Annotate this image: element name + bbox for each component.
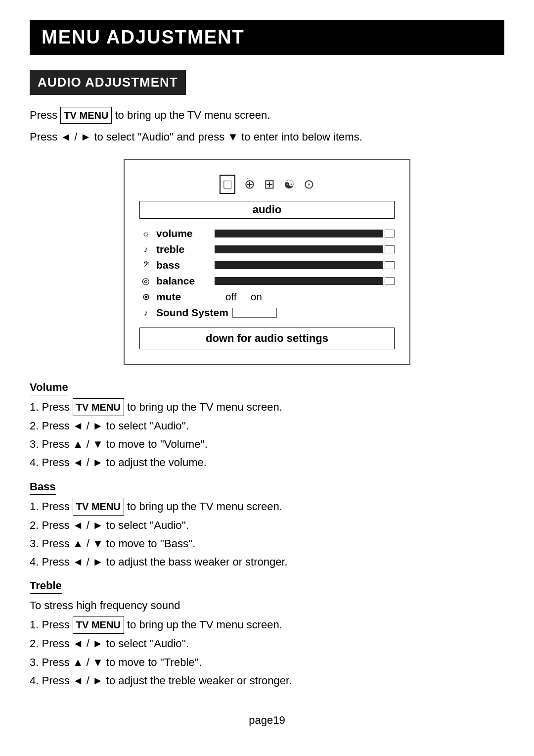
treble-bar-container [215, 245, 395, 253]
down-for-audio-settings: down for audio settings [139, 328, 395, 349]
tv-menu-key-v1: TV MENU [73, 398, 124, 416]
sound-system-box [232, 308, 277, 318]
bass-bar-end [385, 261, 395, 269]
treble-step-1: 1. Press TV MENU to bring up the TV menu… [30, 616, 504, 634]
mute-label: mute [156, 291, 211, 303]
menu-icon-audio: ⊕ [244, 177, 255, 192]
treble-step-3: 3. Press ▲ / ▼ to move to ''Treble''. [30, 654, 504, 671]
treble-icon: ♪ [139, 244, 152, 255]
balance-icon: ◎ [139, 276, 152, 286]
volume-step-3: 3. Press ▲ / ▼ to move to ''Volume''. [30, 435, 504, 453]
balance-label: balance [156, 275, 211, 287]
volume-step-4: 4. Press ◄ / ► to adjust the volume. [30, 454, 504, 471]
sound-system-icon: ♪ [139, 308, 152, 318]
menu-row-bass: 𝄢 bass [139, 259, 395, 271]
bass-bar [215, 261, 383, 269]
volume-section: Volume 1. Press TV MENU to bring up the … [30, 381, 504, 472]
treble-section: Treble To stress high frequency sound 1.… [30, 579, 504, 689]
intro-line1-prefix: Press [30, 109, 60, 121]
menu-row-volume: ☼ volume [139, 228, 395, 239]
intro-line2: Press ◄ / ► to select ''Audio'' and pres… [30, 129, 504, 145]
menu-row-treble: ♪ treble [139, 243, 395, 255]
treble-intro-text: To stress high frequency sound [30, 597, 504, 614]
menu-row-balance: ◎ balance [139, 275, 395, 287]
mute-icon: ⊗ [139, 291, 152, 302]
menu-diagram: □ ⊕ ⊞ ☯ ⊙ audio ☼ volume ♪ treble 𝄢 bass [124, 159, 410, 365]
volume-step-2: 2. Press ◄ / ► to select ''Audio''. [30, 417, 504, 434]
page-header: MENU ADJUSTMENT [30, 20, 504, 55]
balance-bar [215, 277, 383, 285]
tv-menu-key-t1: TV MENU [73, 616, 124, 634]
menu-audio-label: audio [139, 201, 395, 219]
bass-label: bass [156, 259, 211, 271]
volume-instruction-list: 1. Press TV MENU to bring up the TV menu… [30, 398, 504, 472]
volume-label: volume [156, 228, 211, 239]
volume-icon: ☼ [139, 229, 152, 239]
intro-line1-suffix: to bring up the TV menu screen. [112, 109, 270, 121]
bass-section-title: Bass [30, 480, 56, 495]
treble-bar-end [385, 245, 395, 253]
balance-bar-container [215, 277, 395, 285]
intro-line1: Press TV MENU to bring up the TV menu sc… [30, 107, 504, 124]
tv-menu-key-b1: TV MENU [73, 498, 124, 516]
treble-label: treble [156, 243, 211, 255]
treble-section-title: Treble [30, 579, 62, 594]
volume-section-title: Volume [30, 381, 68, 395]
bass-step-4: 4. Press ◄ / ► to adjust the bass weaker… [30, 553, 504, 570]
menu-icons-row: □ ⊕ ⊞ ☯ ⊙ [139, 175, 395, 194]
treble-bar [215, 245, 383, 253]
volume-bar [215, 230, 383, 237]
volume-bar-container [215, 230, 395, 237]
tv-menu-key-1: TV MENU [60, 107, 112, 124]
bass-step-1: 1. Press TV MENU to bring up the TV menu… [30, 498, 504, 516]
bass-step-2: 2. Press ◄ / ► to select ''Audio''. [30, 517, 504, 534]
sound-system-label: Sound System [156, 307, 228, 319]
treble-step-4: 4. Press ◄ / ► to adjust the treble weak… [30, 672, 504, 689]
bass-step-3: 3. Press ▲ / ▼ to move to ''Bass''. [30, 535, 504, 552]
treble-step-2: 2. Press ◄ / ► to select ''Audio''. [30, 635, 504, 652]
menu-row-mute: ⊗ mute off on [139, 291, 395, 303]
bass-instruction-list: 1. Press TV MENU to bring up the TV menu… [30, 498, 504, 571]
menu-icon-setup: ⊙ [304, 177, 314, 192]
bass-bar-container [215, 261, 395, 269]
balance-bar-end [385, 277, 395, 285]
page-title: MENU ADJUSTMENT [42, 27, 492, 48]
menu-icon-system: ☯ [284, 178, 295, 191]
mute-on: on [251, 291, 262, 303]
instructions: Volume 1. Press TV MENU to bring up the … [30, 381, 504, 689]
bass-icon: 𝄢 [139, 260, 152, 271]
menu-icon-tv: □ [220, 175, 235, 194]
mute-off: off [220, 291, 237, 303]
treble-instruction-list: 1. Press TV MENU to bring up the TV menu… [30, 616, 504, 689]
section-header: AUDIO ADJUSTMENT [30, 70, 186, 95]
menu-icon-picture: ⊞ [264, 177, 275, 192]
menu-row-sound-system: ♪ Sound System [139, 307, 395, 319]
section-title: AUDIO ADJUSTMENT [38, 75, 178, 90]
volume-bar-end [385, 230, 395, 237]
bass-section: Bass 1. Press TV MENU to bring up the TV… [30, 480, 504, 571]
volume-step-1: 1. Press TV MENU to bring up the TV menu… [30, 398, 504, 416]
page-number: page19 [30, 714, 504, 727]
